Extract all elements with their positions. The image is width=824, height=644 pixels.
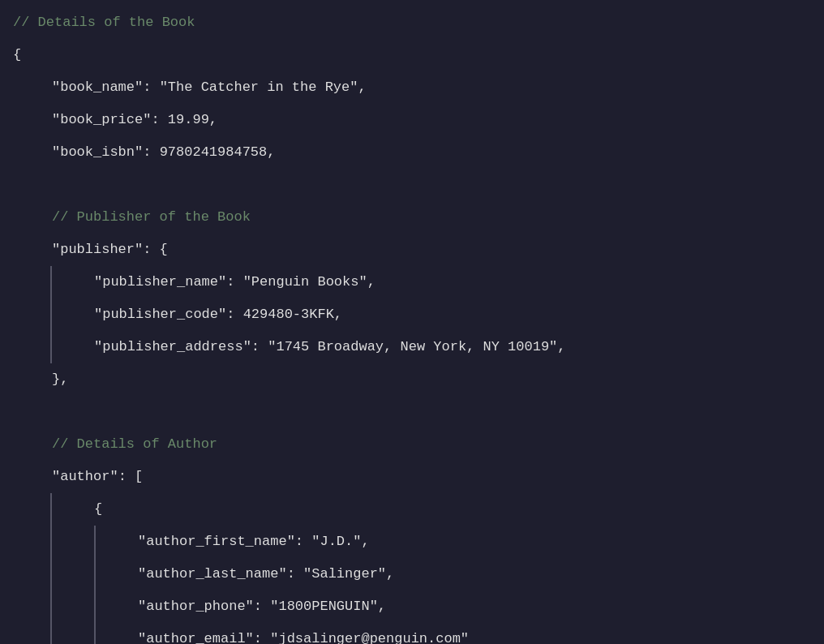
val-publisher-code: 429480-3KFK, [243,300,342,329]
key-publisher-code: "publisher_code" [94,300,226,329]
key-author: "author" [52,462,118,492]
key-author-phone: "author_phone" [138,592,254,621]
line-publisher-address: "publisher_address": "1745 Broadway, New… [94,331,824,363]
blank-line-1 [0,169,824,201]
val-author-last-name: "Salinger", [303,560,394,589]
comment-author: // Details of Author [52,430,217,459]
key-publisher-address: "publisher_address" [94,333,251,362]
line-book-price: "book_price": 19.99, [0,104,824,136]
line-publisher-name: "publisher_name": "Penguin Books", [94,266,824,298]
val-publisher-name: "Penguin Books", [243,268,376,297]
line-comment-publisher: // Publisher of the Book [0,201,824,234]
key-author-first-name: "author_first_name" [138,527,295,556]
author-content: { "author_first_name": "J.D.", "author_l… [52,493,824,644]
key-book-name: "book_name" [52,73,143,102]
val-book-price: 19.99, [168,105,217,135]
blank-line-2 [0,396,824,428]
comment-details-book: // Details of the Book [13,8,195,37]
line-author-obj-open: { [94,493,824,526]
val-author-email: "jdsalinger@penguin.com" [270,625,469,644]
key-author-email: "author_email" [138,625,254,644]
author-inner-content: "author_first_name": "J.D.", "author_las… [96,526,824,644]
line-author-last-name: "author_last_name": "Salinger", [138,558,824,590]
close-publisher-brace: }, [52,365,68,394]
publisher-block: "publisher_name": "Penguin Books", "publ… [0,266,824,363]
author-inner-block: "author_first_name": "J.D.", "author_las… [94,526,824,644]
open-brace: { [13,41,21,70]
val-book-name: "The Catcher in the Rye", [160,73,367,102]
line-author-first-name: "author_first_name": "J.D.", [138,526,824,558]
comment-publisher: // Publisher of the Book [52,203,251,232]
publisher-content: "publisher_name": "Penguin Books", "publ… [52,266,824,363]
val-author-first-name: "J.D.", [311,527,369,556]
val-book-isbn: 9780241984758, [160,138,276,167]
key-book-isbn: "book_isbn" [52,138,143,167]
key-book-price: "book_price" [52,105,151,135]
line-author-open: "author": [ [0,461,824,493]
line-publisher-code: "publisher_code": 429480-3KFK, [94,298,824,331]
author-block: { "author_first_name": "J.D.", "author_l… [0,493,824,644]
line-2: { [0,39,824,71]
line-publisher-close: }, [0,363,824,396]
val-publisher-address: "1745 Broadway, New York, NY 10019", [268,333,565,362]
line-1: // Details of the Book [0,6,824,39]
key-publisher-name: "publisher_name" [94,268,226,297]
code-editor: // Details of the Book { "book_name": "T… [0,0,824,644]
line-author-phone: "author_phone": "1800PENGUIN", [138,590,824,623]
val-author-phone: "1800PENGUIN", [270,592,386,621]
line-publisher-open: "publisher": { [0,234,824,266]
line-book-isbn: "book_isbn": 9780241984758, [0,136,824,169]
key-publisher: "publisher" [52,235,143,264]
line-book-name: "book_name": "The Catcher in the Rye", [0,71,824,104]
line-author-email: "author_email": "jdsalinger@penguin.com" [138,623,824,644]
line-comment-author: // Details of Author [0,428,824,461]
key-author-last-name: "author_last_name" [138,560,287,589]
